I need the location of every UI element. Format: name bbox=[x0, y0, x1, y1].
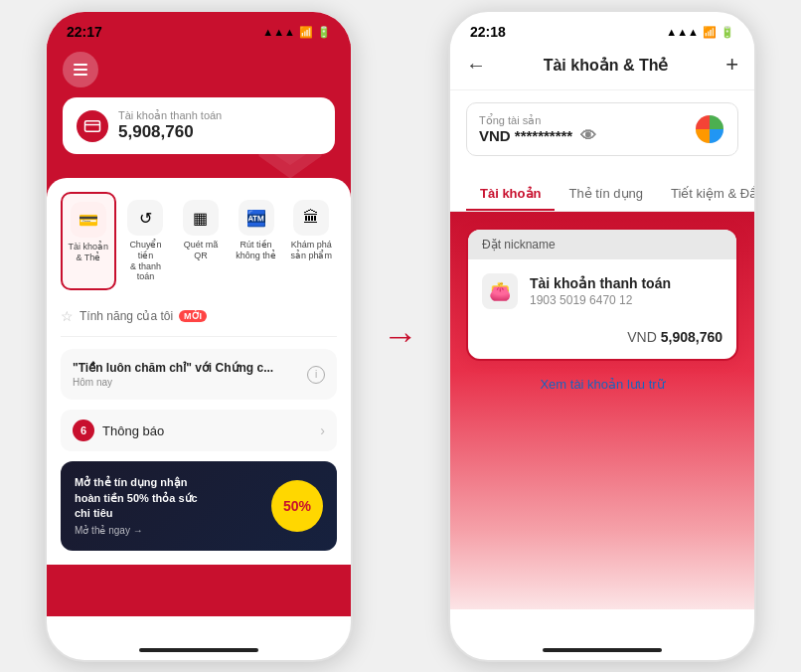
account-card-label: Tài khoản thanh toán bbox=[118, 109, 222, 122]
rut-tien-label: Rút tiềnkhông thẻ bbox=[236, 240, 276, 261]
left-white-content: 💳 Tài khoản& Thẻ ↺ Chuyển tiền& thanh to… bbox=[47, 178, 351, 565]
left-status-bar: 22:17 ▲▲▲ 📶 🔋 bbox=[47, 12, 351, 44]
icon-rut-tien[interactable]: 🏧 Rút tiềnkhông thẻ bbox=[231, 192, 282, 290]
promo-card[interactable]: "Tiền luôn chăm chỉ" với Chứng c... Hôm … bbox=[61, 349, 337, 400]
tab-tai-khoan-label: Tài khoản bbox=[480, 186, 541, 201]
total-assets-amount: VND ********** bbox=[479, 127, 572, 144]
my-features-label: Tính năng của tôi bbox=[80, 309, 173, 323]
home-indicator-right bbox=[543, 648, 662, 652]
tab-the-tin-dung-label: Thẻ tín dụng bbox=[568, 186, 643, 201]
signal-icon: ▲▲▲ bbox=[262, 26, 295, 38]
back-button[interactable]: ← bbox=[466, 54, 486, 77]
right-phone: 22:18 ▲▲▲ 📶 🔋 ← Tài khoản & Thẻ + Tổng t… bbox=[448, 10, 756, 662]
page-title: Tài khoản & Thẻ bbox=[544, 56, 669, 75]
svg-rect-2 bbox=[85, 120, 100, 131]
quet-ma-icon: ▦ bbox=[183, 200, 219, 236]
notification-label: Thông báo bbox=[102, 423, 312, 438]
chuyen-tien-icon: ↺ bbox=[127, 200, 163, 236]
left-header: Tài khoản thanh toán 5,908,760 bbox=[47, 44, 351, 188]
promo-text: "Tiền luôn chăm chỉ" với Chứng c... bbox=[73, 361, 299, 375]
right-red-content: Đặt nickname 👛 Tài khoản thanh toán 1903… bbox=[450, 212, 754, 609]
tab-bar: Tài khoản Thẻ tín dụng Tiết kiệm & Đầu t bbox=[450, 168, 754, 212]
right-signal-icon: ▲▲▲ bbox=[666, 26, 699, 38]
total-assets-section: Tổng tài sản VND ********** 👁 bbox=[450, 90, 754, 168]
total-assets-value: VND ********** 👁 bbox=[479, 127, 684, 145]
tai-khoan-label: Tài khoản& Thẻ bbox=[69, 242, 109, 263]
right-wifi-icon: 📶 bbox=[703, 26, 717, 39]
diamond-logo bbox=[245, 93, 335, 187]
account-details: Tài khoản thanh toán 1903 5019 6470 12 bbox=[530, 275, 671, 307]
left-time: 22:17 bbox=[67, 24, 102, 40]
balance-amount: 5,908,760 bbox=[661, 329, 722, 345]
info-icon[interactable]: i bbox=[307, 366, 325, 384]
wallet-icon: 👛 bbox=[482, 273, 518, 309]
icon-kham-pha[interactable]: 🏛 Khám phásản phẩm bbox=[285, 192, 337, 290]
tab-the-tin-dung[interactable]: Thẻ tín dụng bbox=[555, 178, 657, 211]
account-row: 👛 Tài khoản thanh toán 1903 5019 6470 12 bbox=[468, 259, 736, 323]
right-status-icons: ▲▲▲ 📶 🔋 bbox=[666, 26, 734, 39]
credit-promo-card[interactable]: Mở thẻ tín dụng nhậnhoàn tiền 50% thỏa s… bbox=[61, 461, 337, 551]
left-phone: 22:17 ▲▲▲ 📶 🔋 bbox=[45, 10, 353, 662]
home-indicator-left bbox=[139, 648, 258, 652]
tab-tiet-kiem[interactable]: Tiết kiệm & Đầu t bbox=[657, 178, 756, 211]
tai-khoan-icon: 💳 bbox=[71, 202, 106, 238]
tab-tai-khoan[interactable]: Tài khoản bbox=[466, 178, 555, 211]
chevron-right-icon: › bbox=[320, 422, 325, 438]
icon-tai-khoan[interactable]: 💳 Tài khoản& Thẻ bbox=[61, 192, 116, 290]
star-icon: ☆ bbox=[61, 308, 74, 324]
battery-icon: 🔋 bbox=[317, 26, 331, 39]
total-assets-label: Tổng tài sản bbox=[479, 114, 684, 127]
notification-badge: 6 bbox=[73, 420, 94, 441]
icon-chuyen-tien[interactable]: ↺ Chuyển tiền& thanh toán bbox=[120, 192, 172, 290]
account-number: 1903 5019 6470 12 bbox=[530, 293, 671, 307]
right-battery-icon: 🔋 bbox=[721, 26, 734, 39]
pie-chart-icon bbox=[694, 113, 725, 145]
account-item-card[interactable]: Đặt nickname 👛 Tài khoản thanh toán 1903… bbox=[466, 228, 738, 361]
icon-quet-ma[interactable]: ▦ Quét mãQR bbox=[175, 192, 227, 290]
promo-sub: Hôm nay bbox=[73, 377, 299, 388]
nickname-bar: Đặt nickname bbox=[468, 230, 736, 259]
right-status-bar: 22:18 ▲▲▲ 📶 🔋 bbox=[450, 12, 754, 44]
fifty-badge: 50% bbox=[271, 480, 323, 532]
tab-tiet-kiem-label: Tiết kiệm & Đầu t bbox=[671, 186, 756, 201]
arrow-container: → bbox=[373, 315, 428, 357]
rut-tien-icon: 🏧 bbox=[239, 200, 274, 236]
new-badge: MỚI bbox=[179, 310, 207, 322]
account-name: Tài khoản thanh toán bbox=[530, 275, 671, 291]
hamburger-icon bbox=[74, 64, 87, 76]
kham-pha-label: Khám phásản phẩm bbox=[290, 240, 332, 261]
right-arrow-icon: → bbox=[383, 315, 418, 357]
quet-ma-label: Quét mãQR bbox=[184, 240, 219, 261]
app-container: 22:17 ▲▲▲ 📶 🔋 bbox=[35, 0, 766, 672]
notification-row[interactable]: 6 Thông báo › bbox=[61, 410, 337, 451]
archive-link[interactable]: Xem tài khoản lưu trữ bbox=[466, 361, 738, 408]
account-card-info: Tài khoản thanh toán 5,908,760 bbox=[118, 109, 222, 142]
hamburger-button[interactable] bbox=[63, 52, 98, 87]
wifi-icon: 📶 bbox=[299, 26, 313, 39]
right-time: 22:18 bbox=[470, 24, 506, 40]
total-assets-card: Tổng tài sản VND ********** 👁 bbox=[466, 102, 738, 156]
left-status-icons: ▲▲▲ 📶 🔋 bbox=[262, 26, 331, 39]
add-button[interactable]: + bbox=[725, 52, 738, 78]
icon-grid: 💳 Tài khoản& Thẻ ↺ Chuyển tiền& thanh to… bbox=[61, 192, 337, 290]
right-header: ← Tài khoản & Thẻ + bbox=[450, 44, 754, 90]
total-assets-info: Tổng tài sản VND ********** 👁 bbox=[479, 114, 684, 145]
eye-icon[interactable]: 👁 bbox=[580, 127, 596, 145]
account-card-value: 5,908,760 bbox=[118, 122, 222, 142]
account-balance-row: VND 5,908,760 bbox=[468, 323, 736, 359]
my-features-row[interactable]: ☆ Tính năng của tôi MỚI bbox=[61, 302, 337, 337]
kham-pha-icon: 🏛 bbox=[293, 200, 329, 236]
chuyen-tien-label: Chuyển tiền& thanh toán bbox=[124, 240, 168, 282]
account-card-icon bbox=[77, 110, 108, 142]
balance-currency: VND bbox=[627, 329, 657, 345]
